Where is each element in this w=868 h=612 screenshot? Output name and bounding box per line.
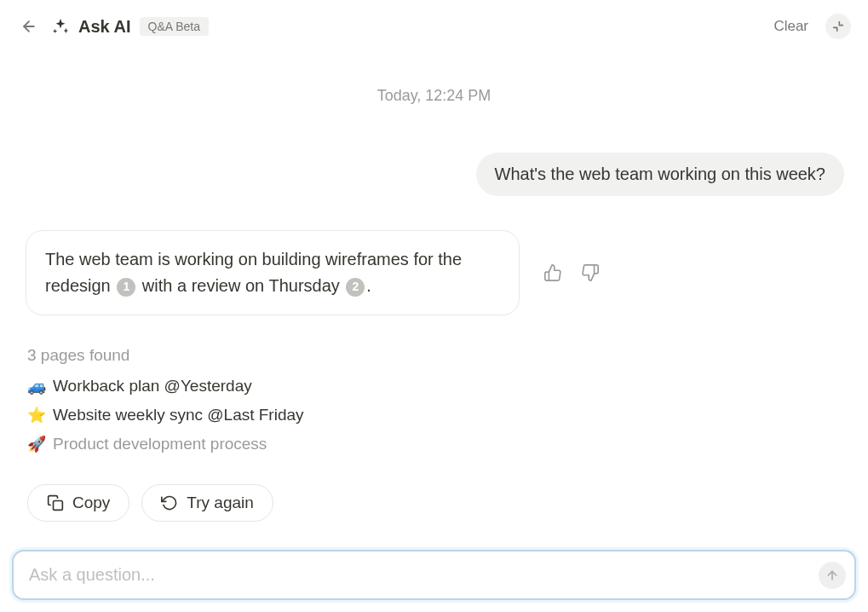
page-title: Ask AI (78, 17, 131, 37)
sources-heading: 3 pages found (27, 346, 851, 365)
source-title: Product development process (53, 435, 267, 453)
arrow-left-icon (20, 18, 37, 35)
rocket-emoji-icon: 🚀 (27, 435, 46, 453)
copy-label: Copy (72, 494, 110, 512)
back-button[interactable] (17, 14, 41, 38)
chat-area: Today, 12:24 PM What's the web team work… (0, 53, 868, 522)
question-input[interactable] (26, 551, 819, 598)
response-actions: Copy Try again (17, 484, 851, 522)
ai-response-bubble: The web team is working on building wire… (26, 230, 520, 315)
copy-icon (47, 494, 64, 511)
source-title: Website weekly sync (53, 406, 207, 424)
collapse-icon (831, 20, 845, 33)
title-group: Ask AI Q&A Beta (51, 17, 209, 37)
clear-button[interactable]: Clear (768, 14, 813, 38)
copy-button[interactable]: Copy (27, 484, 129, 522)
header-right: Clear (768, 14, 851, 39)
feedback-group (540, 260, 603, 286)
retry-icon (161, 494, 178, 511)
sparkle-icon (51, 17, 70, 36)
source-item[interactable]: 🚙 Workback plan @Yesterday (27, 377, 851, 395)
try-again-button[interactable]: Try again (141, 484, 273, 522)
arrow-up-icon (825, 569, 839, 582)
star-emoji-icon: ⭐ (27, 406, 46, 424)
send-button[interactable] (819, 562, 846, 589)
beta-badge: Q&A Beta (140, 17, 209, 36)
svg-rect-1 (54, 501, 63, 511)
input-bar (12, 550, 856, 600)
source-meta: @Yesterday (164, 377, 252, 395)
user-message-bubble: What's the web team working on this week… (476, 153, 844, 196)
retry-label: Try again (187, 494, 254, 512)
source-item[interactable]: 🚀 Product development process (27, 435, 851, 453)
citation-badge[interactable]: 2 (346, 278, 365, 297)
chat-timestamp: Today, 12:24 PM (17, 87, 851, 105)
source-title: Workback plan (53, 377, 164, 395)
thumbs-down-icon (581, 263, 600, 282)
user-message-row: What's the web team working on this week… (17, 153, 851, 196)
car-emoji-icon: 🚙 (27, 377, 46, 395)
collapse-button[interactable] (825, 14, 851, 39)
header-left: Ask AI Q&A Beta (17, 14, 209, 38)
citation-badge[interactable]: 1 (117, 278, 135, 297)
ai-response-segment: with a review on Thursday (137, 276, 344, 295)
thumbs-up-icon (543, 263, 562, 282)
header: Ask AI Q&A Beta Clear (0, 0, 868, 53)
sources-section: 3 pages found 🚙 Workback plan @Yesterday… (17, 346, 851, 453)
ai-response-segment: . (366, 276, 371, 295)
ai-response-row: The web team is working on building wire… (17, 230, 851, 315)
source-item[interactable]: ⭐ Website weekly sync @Last Friday (27, 406, 851, 424)
source-meta: @Last Friday (207, 406, 303, 424)
thumbs-down-button[interactable] (578, 260, 603, 286)
thumbs-up-button[interactable] (540, 260, 566, 286)
